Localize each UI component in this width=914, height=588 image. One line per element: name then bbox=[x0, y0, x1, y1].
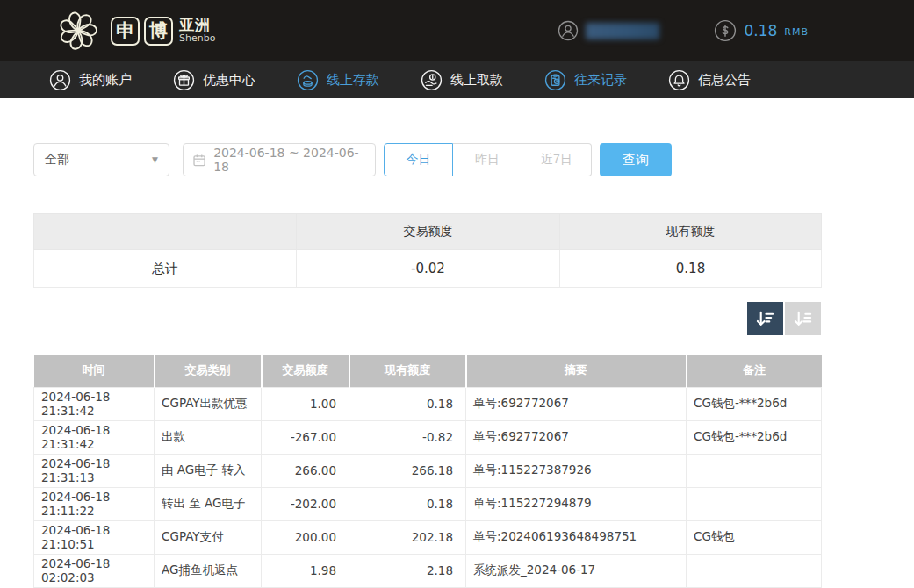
quick-button-yesterday[interactable]: 昨日 bbox=[453, 143, 522, 176]
cell-balance: 0.18 bbox=[349, 387, 466, 420]
sort-asc-button[interactable] bbox=[785, 302, 821, 335]
cell-type: CGPAY支付 bbox=[155, 520, 262, 554]
nav-item-my-account[interactable]: 我的账户 bbox=[49, 69, 132, 91]
records-table: 时间交易类别交易额度现有额度摘要备注 2024-06-18 21:31:42CG… bbox=[33, 355, 822, 588]
user-icon bbox=[49, 69, 71, 91]
cell-trade-amount: -202.00 bbox=[262, 487, 349, 520]
quick-button-today[interactable]: 今日 bbox=[384, 143, 453, 176]
cell-remark: CG钱包 bbox=[687, 520, 822, 554]
cell-balance: 2.18 bbox=[349, 554, 466, 587]
records-column-header: 备注 bbox=[687, 355, 822, 387]
nav: 我的账户优惠中心线上存款线上取款往来记录信息公告 bbox=[0, 61, 914, 98]
cell-trade-amount: -267.00 bbox=[262, 420, 349, 454]
date-range-input[interactable]: 2024-06-18 ~ 2024-06-18 bbox=[183, 143, 376, 176]
logo-flower-icon bbox=[53, 5, 104, 56]
records-header-row: 时间交易类别交易额度现有额度摘要备注 bbox=[34, 355, 822, 387]
summary-trade-total: -0.02 bbox=[297, 250, 560, 288]
cell-balance: 266.18 bbox=[349, 454, 466, 487]
cell-trade-amount: 266.00 bbox=[262, 454, 349, 487]
nav-item-label: 信息公告 bbox=[698, 72, 751, 89]
user-account[interactable] bbox=[558, 20, 659, 41]
cell-trade-amount: 1.00 bbox=[262, 387, 349, 420]
cell-summary: 单号:692772067 bbox=[466, 387, 687, 420]
summary-total-label: 总计 bbox=[34, 250, 297, 288]
summary-total-row: 总计 -0.02 0.18 bbox=[34, 250, 822, 288]
nav-item-promo-center[interactable]: 优惠中心 bbox=[173, 69, 255, 91]
cell-summary: 单号:115227294879 bbox=[466, 487, 687, 520]
cell-remark: CG钱包-***2b6d bbox=[687, 387, 822, 420]
sort-amount-asc-icon bbox=[793, 309, 813, 329]
records-body: 2024-06-18 21:31:42CGPAY出款优惠1.000.18单号:6… bbox=[34, 387, 822, 587]
cell-summary: 系统派发_2024-06-17 bbox=[466, 554, 687, 587]
cell-summary: 单号:115227387926 bbox=[466, 454, 687, 487]
cell-type: CGPAY出款优惠 bbox=[155, 387, 262, 420]
username-redacted bbox=[586, 23, 659, 39]
nav-item-online-deposit[interactable]: 线上存款 bbox=[297, 69, 379, 91]
cell-time: 2024-06-18 21:31:42 bbox=[34, 387, 155, 420]
cell-summary: 单号:692772067 bbox=[466, 420, 687, 454]
withdraw-icon bbox=[421, 69, 443, 91]
query-button[interactable]: 查询 bbox=[600, 143, 672, 176]
summary-header-balance: 现有额度 bbox=[560, 214, 822, 250]
summary-header-trade: 交易额度 bbox=[297, 214, 560, 250]
cell-time: 2024-06-18 02:02:03 bbox=[34, 554, 155, 587]
cell-remark bbox=[687, 554, 822, 587]
balance: 0.18 RMB bbox=[714, 19, 809, 42]
cell-remark bbox=[687, 487, 822, 520]
cell-remark: CG钱包-***2b6d bbox=[687, 420, 822, 454]
summary-header-empty bbox=[34, 214, 297, 250]
logo[interactable]: 申 博 亚洲 Shenbo bbox=[53, 5, 215, 56]
nav-item-online-withdraw[interactable]: 线上取款 bbox=[421, 69, 503, 91]
filter-bar: 全部 ▼ 2024-06-18 ~ 2024-06-18 今日昨日近7日 查询 bbox=[33, 143, 821, 176]
nav-item-label: 线上取款 bbox=[450, 72, 503, 89]
records-icon bbox=[544, 69, 566, 91]
table-row: 2024-06-18 21:11:22转出 至 AG电子-202.000.18单… bbox=[34, 487, 822, 520]
cell-time: 2024-06-18 21:31:42 bbox=[34, 420, 155, 454]
table-row: 2024-06-18 21:31:42CGPAY出款优惠1.000.18单号:6… bbox=[34, 387, 822, 420]
records-column-header: 交易额度 bbox=[262, 355, 349, 387]
sort-controls bbox=[33, 302, 821, 335]
sort-amount-desc-icon bbox=[755, 309, 775, 329]
records-column-header: 交易类别 bbox=[155, 355, 262, 387]
top-bar: 申 博 亚洲 Shenbo 0.18 RMB bbox=[0, 0, 914, 61]
table-row: 2024-06-18 21:10:51CGPAY支付200.00202.18单号… bbox=[34, 520, 822, 554]
balance-amount: 0.18 bbox=[744, 22, 777, 39]
cell-summary: 单号:202406193648498751 bbox=[466, 520, 687, 554]
nav-item-label: 往来记录 bbox=[574, 72, 627, 89]
nav-item-announcements[interactable]: 信息公告 bbox=[668, 69, 751, 91]
logo-region: 亚洲 bbox=[179, 18, 215, 33]
nav-item-label: 我的账户 bbox=[79, 72, 132, 89]
sort-desc-button[interactable] bbox=[747, 302, 783, 335]
cell-time: 2024-06-18 21:11:22 bbox=[34, 487, 155, 520]
cell-type: 转出 至 AG电子 bbox=[155, 487, 262, 520]
cell-trade-amount: 1.98 bbox=[262, 554, 349, 587]
quick-button-last7days[interactable]: 近7日 bbox=[522, 143, 592, 176]
chevron-down-icon: ▼ bbox=[152, 155, 158, 164]
bell-icon bbox=[668, 69, 690, 91]
type-select[interactable]: 全部 ▼ bbox=[33, 143, 169, 176]
table-row: 2024-06-18 21:31:13由 AG电子 转入266.00266.18… bbox=[34, 454, 822, 487]
balance-currency: RMB bbox=[784, 26, 809, 38]
logo-char-bo: 博 bbox=[144, 17, 173, 46]
date-range-value: 2024-06-18 ~ 2024-06-18 bbox=[213, 146, 366, 174]
cell-type: AG捕鱼机返点 bbox=[155, 554, 262, 587]
deposit-icon bbox=[297, 69, 319, 91]
summary-table: 交易额度 现有额度 总计 -0.02 0.18 bbox=[33, 213, 822, 288]
cell-time: 2024-06-18 21:10:51 bbox=[34, 520, 155, 554]
user-icon bbox=[558, 20, 579, 41]
cell-balance: 0.18 bbox=[349, 487, 466, 520]
nav-item-transaction-records[interactable]: 往来记录 bbox=[544, 69, 627, 91]
quick-date-buttons: 今日昨日近7日 bbox=[384, 143, 592, 176]
cell-trade-amount: 200.00 bbox=[262, 520, 349, 554]
cell-time: 2024-06-18 21:31:13 bbox=[34, 454, 155, 487]
logo-char-shen: 申 bbox=[111, 17, 140, 46]
summary-balance-total: 0.18 bbox=[560, 250, 822, 288]
records-column-header: 时间 bbox=[34, 355, 155, 387]
nav-item-label: 优惠中心 bbox=[203, 72, 255, 89]
gift-icon bbox=[173, 69, 195, 91]
records-column-header: 摘要 bbox=[466, 355, 687, 387]
cell-balance: -0.82 bbox=[349, 420, 466, 454]
cell-type: 由 AG电子 转入 bbox=[155, 454, 262, 487]
cell-balance: 202.18 bbox=[349, 520, 466, 554]
summary-header-row: 交易额度 现有额度 bbox=[34, 214, 822, 250]
